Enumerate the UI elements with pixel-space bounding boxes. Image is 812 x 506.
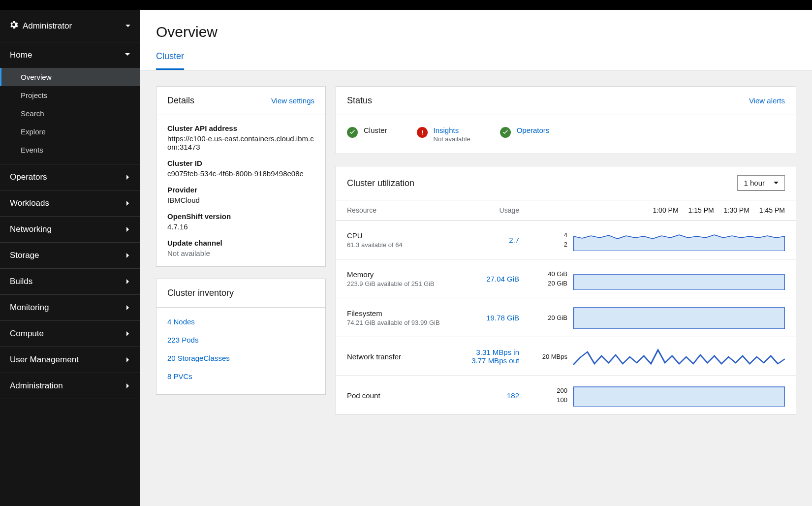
inventory-pvcs-link[interactable]: 8 PVCs <box>167 367 314 385</box>
gear-icon <box>10 21 18 31</box>
svg-rect-1 <box>422 134 423 135</box>
y-label: 200 <box>557 387 567 394</box>
view-settings-link[interactable]: View settings <box>271 96 314 105</box>
detail-value: IBMCloud <box>167 196 314 204</box>
util-usage-podcount[interactable]: 182 <box>470 391 519 400</box>
view-alerts-link[interactable]: View alerts <box>749 96 785 105</box>
exclamation-circle-icon <box>417 127 428 138</box>
time-tick: 1:45 PM <box>759 206 785 214</box>
time-tick: 1:00 PM <box>653 206 678 214</box>
y-label: 100 <box>557 396 567 404</box>
net-out: 3.77 MBps out <box>470 356 519 365</box>
inventory-nodes-link[interactable]: 4 Nodes <box>167 313 314 331</box>
nav-section-label: Monitoring <box>10 303 49 313</box>
nav-section-compute[interactable]: Compute <box>0 321 140 347</box>
detail-value: https://c100-e.us-east.containers.cloud.… <box>167 134 314 151</box>
nav-item-projects[interactable]: Projects <box>0 86 140 104</box>
util-usage-filesystem[interactable]: 19.78 GiB <box>470 314 519 322</box>
details-card: Details View settings Cluster API addres… <box>156 86 326 267</box>
y-label: 20 GiB <box>548 314 567 321</box>
main-content: Overview Cluster Details View settings C… <box>140 10 812 506</box>
nav-section-networking[interactable]: Networking <box>0 217 140 243</box>
chevron-right-icon <box>125 198 130 208</box>
chevron-right-icon <box>125 329 130 339</box>
col-resource: Resource <box>347 206 470 214</box>
detail-value: Not available <box>167 249 314 257</box>
nav-item-search[interactable]: Search <box>0 104 140 123</box>
status-insights-link[interactable]: Insights <box>434 126 470 134</box>
chevron-right-icon <box>125 224 130 234</box>
util-usage-cpu[interactable]: 2.7 <box>470 236 519 244</box>
page-header: Overview Cluster <box>140 10 812 70</box>
util-row-network: Network transfer 3.31 MBps in 3.77 MBps … <box>336 337 796 376</box>
util-sub: 61.3 available of 64 <box>347 241 470 249</box>
utilization-table-header: Resource Usage 1:00 PM 1:15 PM 1:30 PM 1… <box>336 200 796 221</box>
y-label: 40 GiB <box>548 270 567 278</box>
nav-item-events[interactable]: Events <box>0 141 140 159</box>
detail-label: Cluster ID <box>167 159 314 167</box>
status-item-cluster: Cluster <box>347 126 387 138</box>
time-range-dropdown[interactable]: 1 hour <box>737 175 785 191</box>
caret-down-icon <box>125 22 130 31</box>
nav-section-label: Networking <box>10 224 52 234</box>
time-tick: 1:30 PM <box>724 206 750 214</box>
chevron-right-icon <box>125 381 130 391</box>
util-sub: 223.9 GiB available of 251 GiB <box>347 280 470 287</box>
util-sub: 74.21 GiB available of 93.99 GiB <box>347 319 470 326</box>
status-title: Status <box>347 95 372 106</box>
check-circle-icon <box>500 127 511 138</box>
inventory-pods-link[interactable]: 223 Pods <box>167 331 314 349</box>
podcount-sparkline <box>573 384 785 407</box>
util-name: Memory <box>347 270 470 279</box>
detail-label: Cluster API address <box>167 124 314 132</box>
detail-value: c9075feb-534c-4f6b-800b-918b9498e08e <box>167 169 314 178</box>
status-card: Status View alerts Cluster Insights <box>336 86 796 154</box>
chevron-right-icon <box>125 303 130 313</box>
util-usage-memory[interactable]: 27.04 GiB <box>470 275 519 283</box>
top-bar <box>0 0 812 10</box>
util-row-memory: Memory 223.9 GiB available of 251 GiB 27… <box>336 259 796 298</box>
nav-section-user-management[interactable]: User Management <box>0 347 140 373</box>
perspective-label: Administrator <box>23 21 72 31</box>
chevron-right-icon <box>125 277 130 286</box>
util-name: Filesystem <box>347 309 470 317</box>
tab-cluster[interactable]: Cluster <box>156 51 184 70</box>
nav-section-monitoring[interactable]: Monitoring <box>0 295 140 321</box>
nav-section-home[interactable]: Home <box>0 42 140 68</box>
col-usage: Usage <box>470 206 519 214</box>
inventory-storageclasses-link[interactable]: 20 StorageClasses <box>167 349 314 367</box>
chevron-right-icon <box>125 355 130 365</box>
nav-section-label: Operators <box>10 172 47 182</box>
detail-label: Update channel <box>167 239 314 247</box>
details-title: Details <box>167 95 194 106</box>
nav-section-label: Home <box>10 50 32 60</box>
status-label: Cluster <box>364 126 387 134</box>
network-sparkline <box>573 345 785 368</box>
nav-section-label: Compute <box>10 329 44 339</box>
y-label: 20 GiB <box>548 280 567 287</box>
nav-section-label: Storage <box>10 251 39 260</box>
status-item-operators: Operators <box>500 126 550 138</box>
perspective-switcher[interactable]: Administrator <box>0 10 140 42</box>
chevron-right-icon <box>125 251 130 260</box>
nav-section-operators[interactable]: Operators <box>0 164 140 190</box>
detail-value: 4.7.16 <box>167 222 314 231</box>
util-name: Pod count <box>347 391 470 400</box>
nav-item-explore[interactable]: Explore <box>0 123 140 141</box>
status-operators-link[interactable]: Operators <box>517 126 550 134</box>
nav-section-builds[interactable]: Builds <box>0 269 140 295</box>
sidebar: Administrator Home Overview Projects Sea… <box>0 10 140 506</box>
dropdown-label: 1 hour <box>744 179 765 187</box>
utilization-title: Cluster utilization <box>347 178 414 189</box>
nav-section-administration[interactable]: Administration <box>0 373 140 399</box>
nav-item-overview[interactable]: Overview <box>0 68 140 86</box>
util-row-podcount: Pod count 182 200 100 <box>336 376 796 414</box>
util-name: Network transfer <box>347 352 470 361</box>
status-sub: Not available <box>434 135 470 143</box>
util-usage-network[interactable]: 3.31 MBps in 3.77 MBps out <box>470 348 519 365</box>
memory-sparkline <box>573 267 785 290</box>
nav-section-storage[interactable]: Storage <box>0 243 140 269</box>
nav-section-workloads[interactable]: Workloads <box>0 190 140 217</box>
filesystem-sparkline <box>573 306 785 329</box>
nav-section-label: User Management <box>10 355 79 365</box>
